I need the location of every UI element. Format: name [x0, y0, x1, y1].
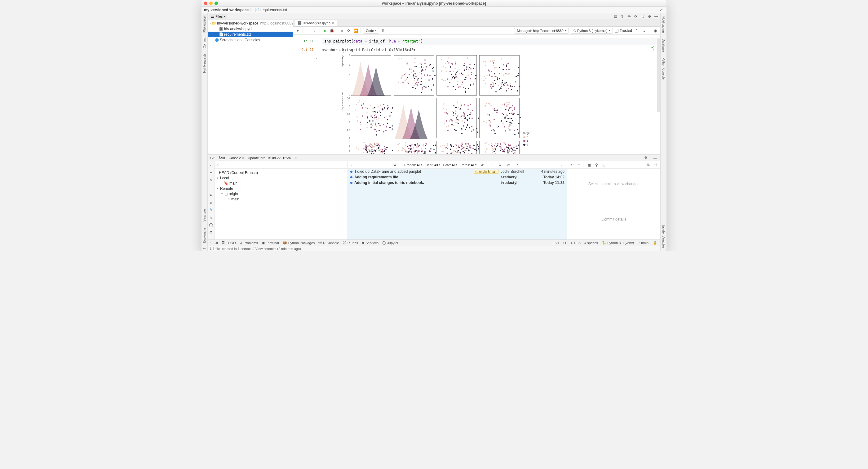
line-ending[interactable]: LF [563, 241, 567, 245]
blame-icon[interactable]: ✎ [208, 207, 214, 213]
expand2-icon[interactable]: ⇈ [653, 162, 658, 168]
filter-icon[interactable]: ⚲ [594, 162, 599, 168]
regex-icon[interactable]: .* [514, 162, 520, 168]
upload-icon[interactable]: ⇪ [619, 13, 625, 19]
run-cell-button[interactable]: ▶ [322, 28, 328, 33]
scrollbar[interactable] [657, 38, 660, 112]
sb-r-console[interactable]: ⓇR Console [318, 240, 339, 245]
minimize-window[interactable] [209, 2, 213, 5]
cell-type-select[interactable]: Code ▾ [363, 28, 379, 33]
next-cell-button[interactable]: ⌄ [641, 28, 647, 33]
update-info[interactable]: Update Info: 15.08.22, 15:36 [248, 156, 291, 160]
encoding[interactable]: UTF-8 [571, 241, 581, 245]
search-icon[interactable]: ⌕ [208, 200, 214, 205]
gutter-workspace[interactable]: Workspace [203, 16, 206, 33]
collapse-icon[interactable]: ⇊ [640, 13, 645, 19]
edit-icon[interactable]: ✎ [208, 177, 214, 183]
git-branch[interactable]: ⑂main [638, 241, 649, 245]
prev-cell-button[interactable]: ⌃ [634, 28, 640, 33]
gear-icon[interactable]: ⚙ [643, 155, 649, 161]
lock-icon[interactable]: 🔒 [652, 240, 658, 246]
sb-python-packages[interactable]: 📦Python Packages [283, 241, 315, 245]
local-group[interactable]: ▾ Local [215, 175, 347, 180]
restart-button[interactable]: ⟳ [346, 28, 351, 33]
remote-group[interactable]: ▾ Remote [215, 186, 347, 191]
new-icon[interactable]: ▤ [613, 13, 618, 19]
remote-origin[interactable]: ▾ ▢ origin [215, 191, 347, 196]
paths-filter[interactable]: Paths: All▾ [460, 163, 476, 167]
cursor-pos[interactable]: 16:1 [553, 241, 559, 245]
sb-terminal[interactable]: ▣Terminal [261, 241, 279, 245]
gutter-notifications[interactable]: Notifications [662, 16, 665, 34]
commit-row[interactable]: Adding initial changes to iris notebook.… [348, 180, 567, 185]
sb-services[interactable]: ◆Services [362, 241, 378, 245]
user-filter[interactable]: User: All▾ [425, 163, 440, 167]
branch-search-input[interactable] [220, 163, 346, 167]
gear-icon[interactable]: ⚙ [208, 230, 214, 235]
expand-icon[interactable]: ⊞ [601, 162, 607, 168]
undo-icon[interactable]: ↶ [569, 162, 575, 168]
hide-icon[interactable]: — [652, 155, 658, 161]
move-down-button[interactable]: ↓ [312, 28, 317, 33]
collapse-output-icon[interactable]: ⌄ [315, 56, 318, 154]
gutter-commit[interactable]: Commit [203, 37, 206, 49]
sb-r-jobs[interactable]: ⓇR Jobs [343, 240, 358, 245]
refresh-icon[interactable]: ⟳ [479, 162, 485, 168]
back-icon[interactable]: ‹ [208, 163, 214, 168]
notebook-content[interactable]: ✔ In 11 1 sns.pairplot(data = iris_df, h… [293, 35, 660, 154]
indent[interactable]: 4 spaces [584, 241, 598, 245]
run-all-button[interactable]: ⏩ [353, 28, 359, 33]
close-icon[interactable]: × [295, 156, 297, 160]
search-icon[interactable]: ⌕ [560, 162, 565, 168]
trusted-toggle[interactable]: Trusted [615, 29, 632, 33]
commit-search-input[interactable] [355, 163, 389, 167]
gutter-python-console[interactable]: Python Console [662, 57, 665, 81]
add-icon[interactable]: + [208, 170, 214, 176]
sb-jupyter[interactable]: ◯Jupyter [382, 241, 398, 245]
redo-icon[interactable]: ↷ [577, 162, 582, 168]
commit-row[interactable]: Tidied up DataFrame and added pairplot🏷o… [348, 169, 567, 174]
gear-icon[interactable]: ⚙ [647, 13, 652, 19]
zoom-window[interactable] [215, 2, 218, 5]
local-branch-main[interactable]: 🔖 main [215, 180, 347, 186]
date-filter[interactable]: Date: All▾ [443, 163, 458, 167]
add-cell-button[interactable]: + [295, 28, 300, 33]
head-label[interactable]: HEAD (Current Branch) [215, 170, 347, 175]
delete-icon[interactable]: — [208, 185, 214, 190]
debug-cell-button[interactable]: 🐞 [329, 28, 335, 33]
branch-filter[interactable]: Branch: All▾ [404, 163, 422, 167]
chevron-down-icon[interactable]: ▾ [217, 176, 220, 180]
sb-git[interactable]: ⑂Git [210, 241, 218, 245]
tab-iris-analysis[interactable]: 📓 iris-analysis.ipynb × [294, 20, 337, 26]
git-console-tab[interactable]: Console × [228, 156, 244, 160]
collapse-icon[interactable]: ⇊ [645, 162, 651, 168]
breadcrumb-file[interactable]: requirements.txt [260, 8, 287, 12]
move-up-button[interactable]: ↑ [305, 28, 311, 33]
delete-cell-button[interactable]: 🗑 [380, 28, 386, 33]
interrupt-button[interactable]: ■ [339, 28, 345, 33]
star2-icon[interactable]: ☆ [208, 215, 214, 220]
managed-server-select[interactable]: Managed: http://localhost:8889 ▾ [514, 28, 568, 33]
status-message[interactable]: 1 file updated in 1 commit // View commi… [213, 247, 301, 251]
git-log-tab[interactable]: Log [219, 155, 225, 160]
close-window[interactable] [204, 2, 207, 5]
hide-icon[interactable]: — [653, 13, 659, 19]
gutter-database[interactable]: Database [662, 38, 665, 53]
commit-row[interactable]: Adding requirements file.t-redactylToday… [348, 174, 567, 180]
circle-icon[interactable]: ◯ [208, 222, 214, 228]
tree-root[interactable]: ▾ 📁 my-versioned-workspace http://localh… [208, 21, 292, 26]
locate-icon[interactable]: ◎ [626, 13, 632, 19]
branch-search[interactable]: ⌕ [215, 161, 347, 169]
gutter-structure[interactable]: Structure [203, 208, 206, 223]
browser-icon[interactable]: ◉ [653, 28, 658, 33]
sort-icon[interactable]: ⇅ [497, 162, 502, 168]
gutter-jupyter-vars[interactable]: Jupyter Variables [662, 224, 665, 250]
gutter-bookmarks[interactable]: Bookmarks [203, 227, 206, 244]
chevron-down-icon[interactable]: ▾ [217, 187, 220, 190]
refresh-icon[interactable]: ⟳ [633, 13, 639, 19]
chevron-down-icon[interactable]: ▾ [221, 192, 224, 196]
interpreter[interactable]: 🐍Python 3.9 (venv) [602, 241, 634, 245]
star-icon[interactable]: ★ [208, 192, 214, 198]
sb-problems[interactable]: ⊘Problems [240, 241, 258, 245]
gutter-pull-requests[interactable]: Pull Requests [203, 53, 206, 74]
